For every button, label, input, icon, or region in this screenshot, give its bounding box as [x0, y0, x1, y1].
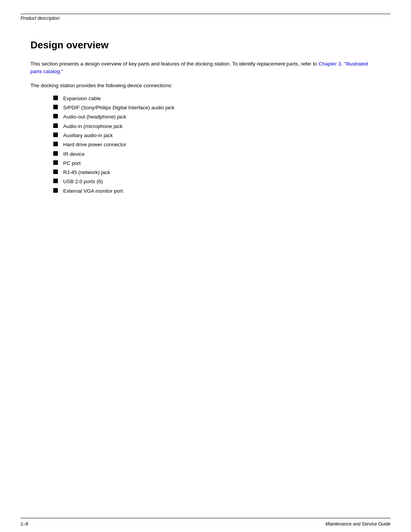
list-item-text: Audio-in (microphone jack	[63, 122, 123, 131]
bullet-icon	[53, 169, 58, 174]
bullet-icon	[53, 179, 58, 183]
footer-page-number: 1–8	[21, 521, 28, 527]
list-item: External VGA monitor port	[30, 187, 381, 196]
page-container: Product description Design overview This…	[0, 0, 411, 532]
list-item: S/PDIF (Sony/Philips Digital Interface) …	[30, 103, 381, 112]
bullet-icon	[53, 151, 58, 156]
list-item-text: Audio-out (headphone) jack	[63, 112, 126, 121]
header-text: Product description	[0, 14, 411, 24]
bullet-icon	[53, 123, 58, 128]
list-item: USB 2.0 ports (6)	[30, 177, 381, 186]
bullet-icon	[53, 114, 58, 118]
list-item-text: External VGA monitor port	[63, 187, 123, 196]
footer-rule	[21, 518, 390, 518]
list-item: PC port	[30, 159, 381, 168]
bullet-icon	[53, 133, 58, 137]
footer-guide-title: Maintenance and Service Guide	[325, 521, 390, 527]
connections-intro: The docking station provides the followi…	[30, 82, 381, 89]
list-item-text: USB 2.0 ports (6)	[63, 177, 103, 186]
list-item-text: Expansion cable	[63, 94, 101, 103]
list-item-text: Hard drive power connector	[63, 140, 126, 149]
list-item-text: Auxiliary audio-in jack	[63, 131, 113, 140]
bullet-icon	[53, 142, 58, 146]
page-title: Design overview	[30, 39, 381, 51]
bullet-icon	[53, 188, 58, 193]
bullet-icon	[53, 160, 58, 165]
list-item: RJ-45 (network) jack	[30, 168, 381, 177]
list-item: Audio-out (headphone) jack	[30, 112, 381, 121]
footer-content: 1–8 Maintenance and Service Guide	[0, 521, 411, 527]
list-item: Expansion cable	[30, 94, 381, 103]
list-item: Audio-in (microphone jack	[30, 122, 381, 131]
list-item-text: IR device	[63, 150, 84, 159]
bullet-icon	[53, 105, 58, 109]
chapter-link[interactable]: Chapter 3, "Illustrated parts catalog."	[30, 61, 368, 74]
content-area: Design overview This section presents a …	[0, 24, 411, 532]
bullet-icon	[53, 96, 58, 100]
bullet-list: Expansion cableS/PDIF (Sony/Philips Digi…	[30, 94, 381, 196]
list-item: IR device	[30, 150, 381, 159]
list-item: Hard drive power connector	[30, 140, 381, 149]
list-item-text: PC port	[63, 159, 81, 168]
intro-paragraph: This section presents a design overview …	[30, 60, 373, 76]
list-item-text: RJ-45 (network) jack	[63, 168, 110, 177]
list-item-text: S/PDIF (Sony/Philips Digital Interface) …	[63, 103, 175, 112]
list-item: Auxiliary audio-in jack	[30, 131, 381, 140]
